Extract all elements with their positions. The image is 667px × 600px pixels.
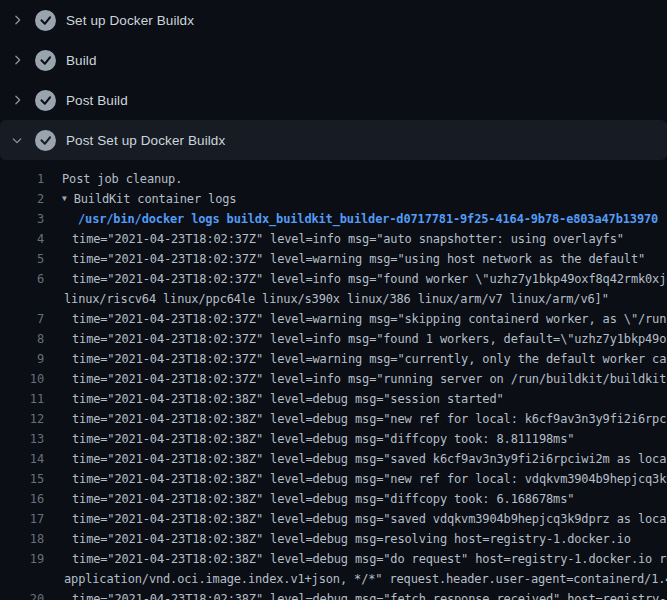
step-label: Build (66, 53, 97, 68)
check-circle-icon (35, 10, 56, 31)
log-line: linux/riscv64 linux/ppc64le linux/s390x … (0, 289, 667, 309)
log-text: time="2021-04-23T18:02:37Z" level=info m… (72, 329, 667, 349)
log-line: application/vnd.oci.image.index.v1+json,… (0, 569, 667, 589)
line-number[interactable]: 8 (0, 329, 44, 349)
line-number[interactable]: 7 (0, 309, 44, 329)
log-text: /usr/bin/docker logs buildx_buildkit_bui… (78, 209, 667, 229)
log-line: 12 time="2021-04-23T18:02:38Z" level=deb… (0, 409, 667, 429)
log-line: 6 time="2021-04-23T18:02:37Z" level=info… (0, 269, 667, 289)
check-circle-icon (35, 90, 56, 111)
line-number[interactable]: 13 (0, 429, 44, 449)
log-line: 17 time="2021-04-23T18:02:38Z" level=deb… (0, 509, 667, 529)
line-number[interactable]: 11 (0, 389, 44, 409)
steps-list: Set up Docker Buildx Build Post Build (0, 0, 667, 160)
step-row-expanded[interactable]: Post Set up Docker Buildx (0, 120, 667, 160)
log-text: Post job cleanup. (62, 169, 667, 189)
log-line: 15 time="2021-04-23T18:02:38Z" level=deb… (0, 469, 667, 489)
line-number[interactable]: 16 (0, 489, 44, 509)
log-line: 13 time="2021-04-23T18:02:38Z" level=deb… (0, 429, 667, 449)
step-row-collapsed[interactable]: Post Build (0, 80, 667, 120)
log-text: time="2021-04-23T18:02:38Z" level=debug … (72, 529, 667, 549)
line-number[interactable]: 5 (0, 249, 44, 269)
chevron-right-icon (9, 92, 25, 108)
log-line: 8 time="2021-04-23T18:02:37Z" level=info… (0, 329, 667, 349)
log-panel: 1 Post job cleanup. 2 ▼ BuildKit contain… (0, 160, 667, 600)
step-row-collapsed[interactable]: Build (0, 40, 667, 80)
line-number[interactable]: 3 (0, 209, 44, 229)
log-text: time="2021-04-23T18:02:37Z" level=warnin… (72, 309, 667, 329)
log-text: time="2021-04-23T18:02:38Z" level=debug … (72, 389, 667, 409)
log-text: time="2021-04-23T18:02:38Z" level=debug … (72, 549, 667, 569)
line-number[interactable]: 15 (0, 469, 44, 489)
log-line: 20 time="2021-04-23T18:02:38Z" level=deb… (0, 589, 667, 600)
step-label: Post Build (66, 93, 128, 108)
log-text: time="2021-04-23T18:02:38Z" level=debug … (72, 449, 667, 469)
log-text: time="2021-04-23T18:02:37Z" level=warnin… (72, 349, 667, 369)
log-line: 4 time="2021-04-23T18:02:37Z" level=info… (0, 229, 667, 249)
chevron-right-icon (9, 12, 25, 28)
log-text: time="2021-04-23T18:02:37Z" level=warnin… (72, 249, 667, 269)
log-text: time="2021-04-23T18:02:38Z" level=debug … (72, 429, 667, 449)
log-line: 1 Post job cleanup. (0, 169, 667, 189)
log-text: time="2021-04-23T18:02:38Z" level=debug … (72, 469, 667, 489)
line-number (0, 569, 44, 589)
line-number[interactable]: 10 (0, 369, 44, 389)
log-line: 14 time="2021-04-23T18:02:38Z" level=deb… (0, 449, 667, 469)
check-circle-icon (35, 130, 56, 151)
line-number[interactable]: 20 (0, 589, 44, 600)
log-line: 11 time="2021-04-23T18:02:38Z" level=deb… (0, 389, 667, 409)
step-label: Set up Docker Buildx (66, 13, 194, 28)
chevron-right-icon (9, 52, 25, 68)
log-line: 9 time="2021-04-23T18:02:37Z" level=warn… (0, 349, 667, 369)
line-number (0, 289, 44, 309)
log-text: time="2021-04-23T18:02:38Z" level=debug … (72, 589, 667, 600)
log-line: 18 time="2021-04-23T18:02:38Z" level=deb… (0, 529, 667, 549)
log-text: time="2021-04-23T18:02:38Z" level=debug … (72, 409, 667, 429)
log-text: time="2021-04-23T18:02:37Z" level=info m… (72, 229, 667, 249)
line-number[interactable]: 9 (0, 349, 44, 369)
log-line: 16 time="2021-04-23T18:02:38Z" level=deb… (0, 489, 667, 509)
check-circle-icon (35, 50, 56, 71)
log-text: linux/riscv64 linux/ppc64le linux/s390x … (64, 289, 667, 309)
log-line: 19 time="2021-04-23T18:02:38Z" level=deb… (0, 549, 667, 569)
chevron-down-icon (9, 132, 25, 148)
log-text: time="2021-04-23T18:02:38Z" level=debug … (72, 509, 667, 529)
actions-log-viewer: Set up Docker Buildx Build Post Build (0, 0, 667, 600)
line-number[interactable]: 2 (0, 189, 44, 209)
log-text: time="2021-04-23T18:02:37Z" level=info m… (72, 269, 667, 289)
line-number[interactable]: 17 (0, 509, 44, 529)
group-toggle-icon[interactable]: ▼ (62, 189, 67, 209)
line-number[interactable]: 1 (0, 169, 44, 189)
log-line: 10 time="2021-04-23T18:02:37Z" level=inf… (0, 369, 667, 389)
log-text: BuildKit container logs (74, 189, 667, 209)
line-number[interactable]: 4 (0, 229, 44, 249)
line-number[interactable]: 18 (0, 529, 44, 549)
log-line: 5 time="2021-04-23T18:02:37Z" level=warn… (0, 249, 667, 269)
log-text: time="2021-04-23T18:02:38Z" level=debug … (72, 489, 667, 509)
step-row-collapsed[interactable]: Set up Docker Buildx (0, 0, 667, 40)
line-number[interactable]: 6 (0, 269, 44, 289)
line-number[interactable]: 12 (0, 409, 44, 429)
step-label: Post Set up Docker Buildx (66, 133, 225, 148)
log-line: 7 time="2021-04-23T18:02:37Z" level=warn… (0, 309, 667, 329)
log-line: 3 /usr/bin/docker logs buildx_buildkit_b… (0, 209, 667, 229)
line-number[interactable]: 14 (0, 449, 44, 469)
log-text: application/vnd.oci.image.index.v1+json,… (64, 569, 667, 589)
line-number[interactable]: 19 (0, 549, 44, 569)
log-line: 2 ▼ BuildKit container logs (0, 189, 667, 209)
log-text: time="2021-04-23T18:02:37Z" level=info m… (72, 369, 667, 389)
